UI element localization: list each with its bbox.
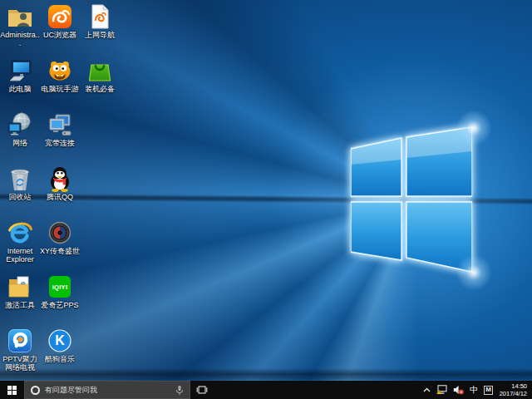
search-input[interactable]: 有问题尽管问我 [24,381,190,399]
windows-logo-icon [7,386,17,395]
windows-hero-logo [351,126,472,273]
tray-ime-language[interactable]: 中 [467,381,481,399]
search-placeholder: 有问题尽管问我 [45,385,170,396]
icon-label: 上网导航 [85,31,115,39]
system-tray: 中 M 14:50 2017/4/12 [421,381,532,399]
icon-label: 装机必备 [85,85,115,93]
icon-label: XY传奇盛世 [40,247,80,255]
xy-legend-medal-icon [47,219,73,246]
recycle-bin-icon [7,165,33,192]
tray-network-status[interactable] [434,381,451,399]
desktop-icon-pptv[interactable]: PPTV聚力 网络电视 [0,328,40,379]
chevron-up-icon [423,387,431,393]
desktop-icon-essential-apps[interactable]: 装机必备 [80,57,120,109]
icon-label: 网络 [12,139,27,147]
iqiyi-wordmark: iQIYI [47,273,73,300]
ime-language-label: 中 [470,384,478,396]
icon-label: 酷狗音乐 [45,355,75,363]
desktop-icon-activation-tools[interactable]: e 激活工具 [0,273,40,325]
qq-penguin-icon [47,165,73,192]
desktop-icon-iqiyi[interactable]: iQIYI 爱奇艺PPS [40,273,80,325]
desktop-icon-network[interactable]: 网络 [0,111,40,163]
network-globe-icon [7,111,33,138]
network-warning-icon [436,385,447,395]
user-folder-icon [7,3,33,30]
desktop-icon-broadband[interactable]: 宽带连接 [40,111,80,163]
icon-label: 爱奇艺PPS [41,301,78,309]
icon-label: UC浏览器 [43,31,76,39]
cortana-icon [31,386,40,395]
desktop-icon-web-navigation[interactable]: 上网导航 [80,3,120,55]
icon-label: 回收站 [9,193,32,201]
icon-label: 腾讯QQ [47,193,73,201]
clock-time: 14:50 [511,382,527,390]
desktop-icon-this-pc[interactable]: 此电脑 [0,57,40,109]
clock-date: 2017/4/12 [500,390,527,397]
tray-volume-muted[interactable] [451,381,467,399]
desktop-icon-uc-browser[interactable]: UC浏览器 [40,3,80,55]
icon-label: PPTV聚力 网络电视 [0,355,40,372]
speaker-muted-icon [453,385,464,395]
icon-label: Administra... [0,31,40,47]
start-button[interactable] [0,381,24,399]
icon-label: Internet Explorer [0,247,40,264]
taskbar: 有问题尽管问我 [0,381,532,399]
pptv-icon [7,328,33,354]
tray-ime-mode[interactable]: M [481,381,496,399]
icon-label: 宽带连接 [45,139,75,147]
activation-folder-icon: e [7,273,33,300]
desktop-icon-xy-game[interactable]: XY传奇盛世 [40,219,80,271]
tray-clock[interactable]: 14:50 2017/4/12 [496,382,532,397]
iqiyi-icon: iQIYI [47,273,73,300]
desktop-icon-internet-explorer[interactable]: Internet Explorer [0,219,40,271]
windows-desktop: Administra... UC浏览器 上网导航 [0,0,532,399]
task-view-icon [196,385,208,395]
kugou-music-icon: K [47,328,73,354]
microphone-icon[interactable] [175,385,184,396]
kugou-k-letter: K [47,328,73,354]
desktop-icon-qq[interactable]: 腾讯QQ [40,165,80,217]
icon-label: 电脑玩手游 [42,85,79,93]
task-view-button[interactable] [190,381,214,399]
icon-label: 激活工具 [5,301,35,309]
desktop-icon-administrator[interactable]: Administra... [0,3,40,55]
internet-explorer-icon [7,219,33,246]
monster-game-icon [47,57,73,84]
tray-overflow-chevron[interactable] [421,381,434,399]
uc-browser-icon [47,3,73,30]
shopping-bag-icon [86,57,113,84]
web-navigation-icon [86,3,113,30]
broadband-connection-icon [47,111,73,138]
desktop-icon-pc-mobile-games[interactable]: 电脑玩手游 [40,57,80,109]
desktop-icon-kugou[interactable]: K 酷狗音乐 [40,328,80,379]
desktop-icon-recycle-bin[interactable]: 回收站 [0,165,40,217]
ime-mode-badge: M [484,386,493,395]
this-pc-icon [7,57,33,84]
icon-label: 此电脑 [9,85,32,93]
